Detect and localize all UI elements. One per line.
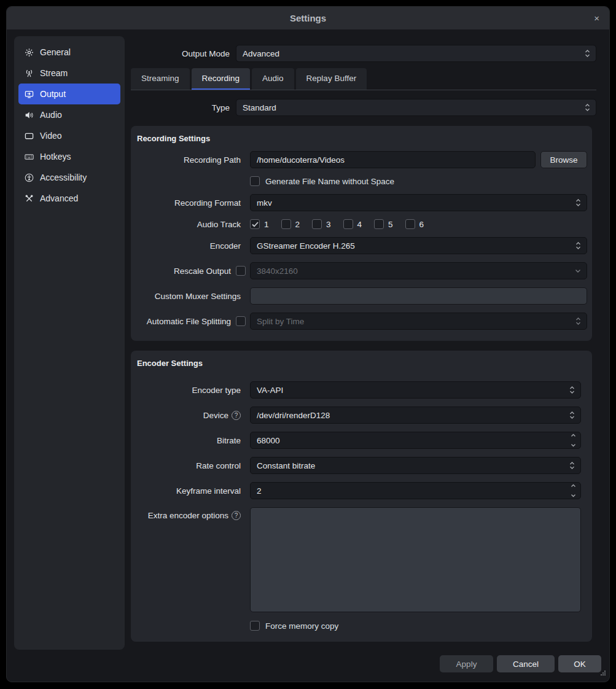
output-mode-label: Output Mode (131, 49, 236, 58)
settings-sidebar: General Stream Output Audio Video Hotkey… (14, 36, 125, 650)
audio-track-6-checkbox[interactable] (405, 219, 415, 229)
bitrate-row: Bitrate (131, 432, 581, 449)
sidebar-item-label: General (40, 47, 71, 57)
speaker-icon (24, 110, 34, 120)
dropdown-chevrons-icon (569, 386, 575, 394)
sidebar-item-label: Accessibility (40, 173, 87, 182)
audio-track-5-checkbox[interactable] (374, 219, 384, 229)
display-icon (24, 131, 34, 141)
tab-replay-buffer[interactable]: Replay Buffer (296, 68, 367, 90)
rescale-output-checkbox[interactable] (236, 266, 246, 276)
keyframe-stepper[interactable] (250, 482, 581, 499)
keyframe-interval-row: Keyframe interval (131, 482, 581, 499)
device-row: Device? /dev/dri/renderD128 (131, 407, 581, 424)
help-icon[interactable]: ? (232, 411, 241, 420)
type-label: Type (131, 103, 236, 112)
dropdown-chevrons-icon (585, 49, 590, 58)
sidebar-item-hotkeys[interactable]: Hotkeys (18, 146, 120, 167)
audio-track-3-checkbox[interactable] (312, 219, 322, 229)
group-title: Encoder Settings (131, 359, 581, 368)
settings-window: Settings × General Stream Output Audio V… (6, 6, 610, 682)
audio-track-row: Audio Track 1 2 3 4 5 6 (131, 219, 587, 229)
audio-track-1-checkbox[interactable] (250, 219, 260, 229)
dropdown-chevrons-icon (575, 198, 581, 207)
output-mode-select[interactable]: Advanced (236, 45, 596, 62)
sidebar-item-advanced[interactable]: Advanced (18, 188, 120, 209)
sidebar-item-general[interactable]: General (18, 42, 120, 63)
sidebar-item-label: Advanced (40, 193, 78, 203)
sidebar-item-label: Stream (40, 68, 68, 78)
audio-track-4-checkbox[interactable] (343, 219, 353, 229)
generate-no-space-checkbox[interactable] (250, 176, 260, 186)
dropdown-chevrons-icon (585, 103, 590, 112)
encoder-settings-group: Encoder Settings Encoder type VA-API Dev… (131, 351, 592, 642)
tools-icon (24, 193, 34, 203)
stepper-arrows-icon[interactable] (571, 484, 576, 497)
recording-format-select[interactable]: mkv (250, 194, 587, 211)
apply-button[interactable]: Apply (440, 655, 493, 672)
encoder-type-row: Encoder type VA-API (131, 381, 581, 399)
resize-grip[interactable] (599, 668, 606, 679)
window-title: Settings (290, 13, 326, 23)
sidebar-item-video[interactable]: Video (18, 125, 120, 146)
cancel-button[interactable]: Cancel (497, 655, 555, 672)
force-memory-copy-checkbox[interactable] (250, 621, 260, 631)
extra-options-row: Extra encoder options? (131, 507, 581, 612)
recording-path-input[interactable] (250, 151, 536, 168)
browse-button[interactable]: Browse (540, 151, 587, 168)
sidebar-item-output[interactable]: Output (18, 84, 120, 104)
encoder-type-select[interactable]: VA-API (250, 381, 581, 399)
group-title: Recording Settings (131, 134, 587, 143)
file-splitting-select[interactable]: Split by Time (250, 313, 587, 330)
rescale-output-row: Rescale Output 3840x2160 (131, 262, 587, 279)
dropdown-chevrons-icon (569, 461, 575, 470)
file-splitting-row: Automatic File Splitting Split by Time (131, 313, 587, 330)
recording-path-row: Recording Path Browse (131, 151, 587, 168)
output-mode-row: Output Mode Advanced (131, 45, 596, 62)
dropdown-chevrons-icon (569, 411, 575, 419)
audio-track-group: 1 2 3 4 5 6 (250, 219, 424, 229)
dialog-footer: Apply Cancel OK (440, 655, 601, 672)
ok-button[interactable]: OK (558, 655, 601, 672)
gear-icon (24, 47, 34, 57)
sidebar-item-audio[interactable]: Audio (18, 104, 120, 125)
dropdown-chevrons-icon (575, 317, 581, 325)
file-splitting-checkbox[interactable] (236, 316, 246, 326)
rescale-resolution-select[interactable]: 3840x2160 (250, 262, 587, 279)
rate-control-row: Rate control Constant bitrate (131, 457, 581, 474)
tab-recording[interactable]: Recording (192, 68, 251, 90)
broadcast-icon (24, 68, 34, 78)
close-icon: × (594, 13, 599, 23)
main-content: Output Mode Advanced Streaming Recording… (131, 36, 596, 642)
extra-encoder-options-textarea[interactable] (250, 507, 581, 612)
sidebar-item-label: Hotkeys (40, 152, 71, 162)
bitrate-stepper[interactable] (250, 432, 581, 449)
encoder-row: Encoder GStreamer Encoder H.265 (131, 237, 587, 254)
type-select[interactable]: Standard (236, 99, 596, 116)
close-button[interactable]: × (594, 7, 599, 29)
recording-format-row: Recording Format mkv (131, 194, 587, 211)
keyframe-interval-input[interactable] (257, 483, 567, 499)
recording-settings-group: Recording Settings Recording Path Browse… (131, 126, 592, 341)
sidebar-item-accessibility[interactable]: Accessibility (18, 167, 120, 188)
stepper-arrows-icon[interactable] (571, 434, 576, 447)
title-bar[interactable]: Settings × (7, 7, 609, 29)
chevron-down-icon (575, 269, 581, 273)
device-select[interactable]: /dev/dri/renderD128 (250, 407, 581, 424)
rate-control-select[interactable]: Constant bitrate (250, 457, 581, 474)
output-tab-bar: Streaming Recording Audio Replay Buffer (131, 68, 596, 90)
encoder-select[interactable]: GStreamer Encoder H.265 (250, 237, 587, 254)
dropdown-chevrons-icon (575, 241, 581, 250)
help-icon[interactable]: ? (232, 511, 241, 520)
custom-muxer-row: Custom Muxer Settings (131, 287, 587, 305)
audio-track-2-checkbox[interactable] (281, 219, 291, 229)
tab-audio[interactable]: Audio (252, 68, 294, 90)
tab-streaming[interactable]: Streaming (131, 68, 190, 90)
keyboard-icon (24, 152, 34, 162)
sidebar-item-stream[interactable]: Stream (18, 63, 120, 84)
sidebar-item-label: Output (40, 89, 66, 99)
bitrate-input[interactable] (257, 432, 567, 448)
type-row: Type Standard (131, 99, 596, 116)
no-space-row: Generate File Name without Space (131, 176, 587, 186)
custom-muxer-input[interactable] (250, 287, 587, 305)
